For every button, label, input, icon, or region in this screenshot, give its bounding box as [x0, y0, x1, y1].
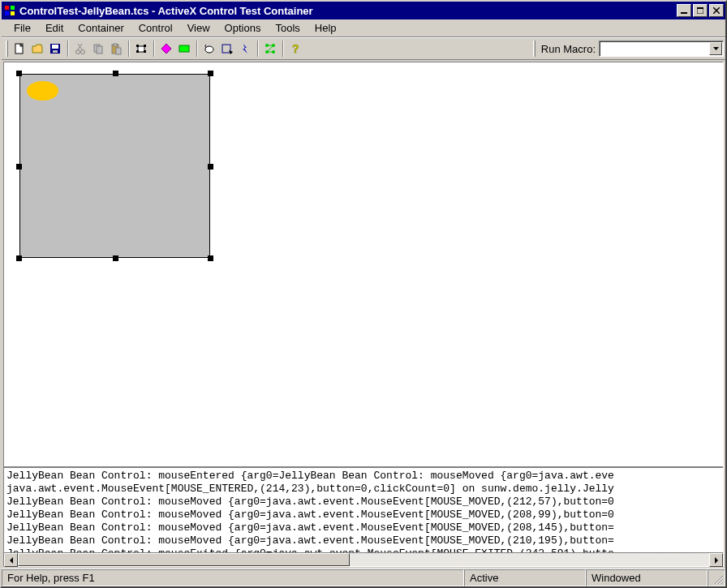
svg-point-16	[76, 50, 80, 54]
new-button[interactable]	[11, 40, 28, 58]
svg-rect-21	[114, 44, 117, 46]
event-log[interactable]: JellyBean Bean Control: mouseEntered {ar…	[4, 468, 723, 552]
jellybean-control[interactable]	[19, 74, 210, 258]
resize-handle-br[interactable]	[208, 255, 213, 261]
design-canvas[interactable]	[4, 62, 723, 468]
status-windowed: Windowed	[586, 569, 708, 586]
svg-marker-44	[715, 557, 718, 564]
menu-bar: File Edit Container Control View Options…	[2, 19, 725, 37]
app-icon	[3, 4, 16, 17]
resize-handle-bl[interactable]	[16, 255, 22, 261]
save-button[interactable]	[46, 40, 64, 58]
svg-rect-6	[697, 7, 703, 9]
window-title: ControlTest-JellyBean.tcs - ActiveX Cont…	[19, 5, 675, 17]
insert-control-button[interactable]	[132, 40, 150, 58]
toolbar-separator	[153, 41, 154, 57]
design-mode-button[interactable]	[218, 40, 236, 58]
toolbar-separator	[282, 41, 283, 57]
menu-tools[interactable]: Tools	[268, 20, 307, 36]
toolbar-grip[interactable]	[6, 41, 8, 57]
properties-button[interactable]	[157, 40, 175, 58]
svg-rect-0	[5, 6, 9, 10]
workspace: JellyBean Bean Control: mouseEntered {ar…	[3, 62, 724, 567]
resize-handle-ml[interactable]	[16, 164, 22, 170]
status-bar: For Help, press F1 Active Windowed	[2, 569, 725, 586]
svg-rect-19	[97, 46, 102, 54]
resize-handle-mr[interactable]	[208, 164, 213, 170]
close-button[interactable]	[709, 4, 724, 17]
chevron-down-icon[interactable]	[709, 42, 722, 55]
paste-button[interactable]	[107, 40, 125, 58]
menu-options[interactable]: Options	[217, 20, 269, 36]
jellybean-shape[interactable]	[27, 81, 58, 101]
horizontal-scrollbar[interactable]	[4, 552, 723, 566]
toolbar-grip[interactable]	[533, 41, 536, 57]
toolbar-separator	[67, 41, 68, 57]
svg-rect-12	[52, 45, 58, 49]
menu-help[interactable]: Help	[308, 20, 344, 36]
svg-rect-22	[116, 48, 121, 54]
minimize-button[interactable]	[677, 4, 691, 17]
svg-rect-26	[136, 50, 139, 53]
status-help-text: For Help, press F1	[2, 569, 464, 586]
jellybean-control-container[interactable]	[16, 71, 213, 261]
svg-rect-1	[11, 6, 15, 10]
toolbar-separator	[257, 41, 258, 57]
toolbar-separator	[128, 41, 129, 57]
svg-rect-25	[144, 45, 146, 47]
svg-rect-2	[5, 11, 9, 15]
help-button[interactable]: ?	[286, 40, 304, 58]
menu-container[interactable]: Container	[71, 20, 131, 36]
title-bar: ControlTest-JellyBean.tcs - ActiveX Cont…	[2, 2, 725, 19]
resize-handle-tr[interactable]	[208, 71, 213, 76]
svg-rect-29	[179, 45, 189, 52]
resize-handle-bm[interactable]	[113, 255, 118, 261]
maximize-button[interactable]	[693, 4, 708, 17]
open-button[interactable]	[28, 40, 46, 58]
menu-control[interactable]: Control	[131, 20, 180, 36]
status-active: Active	[464, 569, 586, 586]
svg-marker-10	[32, 45, 42, 53]
events-button[interactable]	[200, 40, 218, 58]
resize-handle-tm[interactable]	[113, 71, 118, 76]
svg-marker-28	[161, 44, 171, 54]
svg-rect-23	[138, 46, 144, 52]
methods-button[interactable]	[175, 40, 193, 58]
runmacro-combo[interactable]	[599, 41, 724, 57]
svg-marker-43	[10, 557, 13, 564]
svg-marker-33	[243, 44, 247, 54]
svg-rect-31	[222, 45, 230, 53]
menu-edit[interactable]: Edit	[38, 20, 71, 36]
svg-rect-24	[136, 45, 139, 47]
svg-marker-42	[713, 47, 719, 50]
scroll-right-button[interactable]	[709, 553, 723, 567]
svg-point-17	[81, 50, 85, 54]
resize-handle-tl[interactable]	[16, 71, 22, 76]
svg-line-50	[722, 583, 723, 584]
copy-button[interactable]	[89, 40, 107, 58]
menu-view[interactable]: View	[180, 20, 217, 36]
resize-grip[interactable]	[708, 569, 725, 586]
run-button[interactable]	[236, 40, 254, 58]
cut-button[interactable]	[71, 40, 89, 58]
scroll-thumb[interactable]	[18, 553, 350, 566]
svg-rect-27	[144, 50, 146, 53]
svg-text:?: ?	[292, 42, 299, 55]
scroll-left-button[interactable]	[4, 553, 18, 567]
tab-order-button[interactable]	[261, 40, 279, 58]
svg-rect-4	[681, 12, 687, 14]
svg-rect-13	[53, 50, 58, 53]
toolbar-separator	[196, 41, 197, 57]
svg-rect-3	[11, 11, 15, 15]
menu-file[interactable]: File	[6, 20, 38, 36]
toolbar: ? Run Macro:	[2, 37, 725, 60]
runmacro-label: Run Macro:	[541, 43, 596, 55]
scroll-track[interactable]	[18, 553, 709, 566]
svg-point-30	[205, 46, 213, 53]
